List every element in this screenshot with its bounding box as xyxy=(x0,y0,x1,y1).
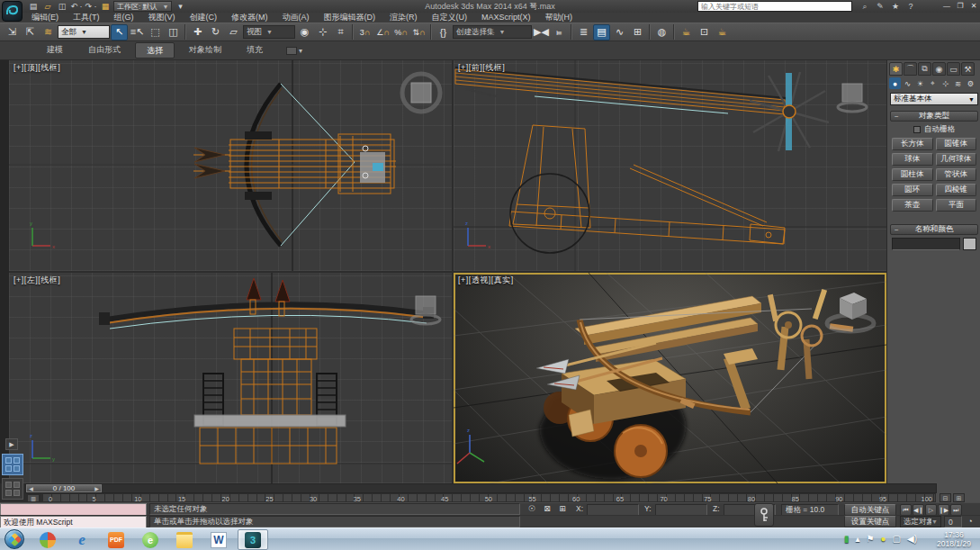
time-configuration-icon[interactable]: ◔ xyxy=(964,516,976,527)
open-file-icon[interactable]: ▱ xyxy=(41,1,54,12)
taskbar-app-3dsmax[interactable]: 3 xyxy=(238,529,268,550)
render-production-icon[interactable]: ☕ xyxy=(714,24,731,41)
select-and-move-icon[interactable]: ✚ xyxy=(189,24,206,41)
systems-icon[interactable]: ⚙ xyxy=(965,77,976,89)
track-bar-filter-icon[interactable]: ⊞ xyxy=(953,493,965,502)
display-tab-icon[interactable]: ▭ xyxy=(947,62,960,76)
set-keys-big-button[interactable] xyxy=(754,503,774,527)
front-view-canvas[interactable]: x z xyxy=(454,60,886,271)
edit-named-selection-sets-icon[interactable]: {} xyxy=(435,24,452,41)
start-button[interactable] xyxy=(4,529,24,549)
lights-icon[interactable]: ☀ xyxy=(914,77,926,89)
antivirus-icon[interactable]: ● xyxy=(881,531,886,547)
snaps-toggle-3d-icon[interactable]: 3∩ xyxy=(356,24,373,41)
select-and-rotate-icon[interactable]: ↻ xyxy=(207,24,224,41)
viewport-top[interactable]: [+][顶][线框] xyxy=(9,60,452,271)
keyboard-override-icon[interactable]: ⌗ xyxy=(332,24,349,41)
taskbar-app-pinwheel[interactable] xyxy=(32,529,63,550)
search-icon[interactable]: ⌕ xyxy=(859,1,870,12)
project-folder-icon[interactable]: ▦ xyxy=(99,1,112,12)
use-pivot-center-icon[interactable]: ◉ xyxy=(296,24,313,41)
cameras-icon[interactable]: ⌖ xyxy=(927,77,939,89)
select-and-scale-icon[interactable]: ▱ xyxy=(225,24,242,41)
name-color-rollout-header[interactable]: − 名称和颜色 xyxy=(890,224,978,235)
selection-filter-combo[interactable]: 全部 ▼ xyxy=(58,25,110,39)
schematic-view-icon[interactable]: ⊞ xyxy=(629,24,646,41)
help-icon[interactable]: ? xyxy=(905,1,916,12)
time-slider-handle[interactable]: ◀ 0 / 100 ▶ xyxy=(26,484,102,492)
ribbon-tab[interactable]: 建模 xyxy=(36,42,74,59)
left-view-canvas[interactable]: y z xyxy=(9,273,452,483)
viewport-layout-tab-active[interactable] xyxy=(2,454,23,475)
time-slider-track[interactable]: ◀ 0 / 100 ▶ xyxy=(25,483,937,493)
isolate-selection-icon[interactable]: ☉ xyxy=(526,503,538,515)
show-hidden-icons-arrow[interactable]: ▴ xyxy=(856,531,860,547)
render-setup-icon[interactable]: ☕ xyxy=(678,24,695,41)
object-color-swatch[interactable] xyxy=(963,238,976,250)
space-warps-icon[interactable]: ≋ xyxy=(952,77,964,89)
utilities-tab-icon[interactable]: ⚒ xyxy=(961,62,975,76)
taskbar-app-pdf[interactable]: PDF xyxy=(101,529,131,550)
menu-item[interactable]: 编辑(E) xyxy=(25,13,65,23)
shapes-icon[interactable]: ∿ xyxy=(902,77,913,89)
absolute-offset-toggle-icon[interactable]: ⊞ xyxy=(556,503,569,515)
select-and-link-icon[interactable]: ⇲ xyxy=(4,24,21,41)
selection-lock-icon[interactable]: ⊠ xyxy=(541,503,553,515)
menu-item[interactable]: 工具(T) xyxy=(67,13,106,23)
ribbon-tab[interactable]: 对象绘制 xyxy=(178,42,232,59)
select-by-name-icon[interactable]: ≡↖ xyxy=(129,24,146,41)
menu-item[interactable]: 创建(C) xyxy=(184,13,224,23)
viewport-top-label[interactable]: [+][顶][线框] xyxy=(13,62,60,74)
geometry-icon[interactable]: ● xyxy=(889,77,901,89)
primitive-button[interactable]: 圆锥体 xyxy=(936,138,977,150)
select-and-manipulate-icon[interactable]: ⊹ xyxy=(314,24,331,41)
viewport-front-label[interactable]: [+][前][线框] xyxy=(458,62,505,74)
viewport-perspective-label[interactable]: [+][透视][真实] xyxy=(458,275,514,286)
material-editor-icon[interactable]: ◍ xyxy=(653,24,670,41)
taskbar-clock[interactable]: 17:36 2018/1/29 xyxy=(931,530,977,548)
viewport-tab-arrow[interactable]: ▶ xyxy=(5,438,18,450)
viewport-front[interactable]: [+][前][线框] xyxy=(454,60,886,271)
ribbon-tab[interactable]: 选择 xyxy=(135,42,175,59)
named-selection-sets-combo[interactable]: 创建选择集 ▼ xyxy=(453,25,532,39)
action-center-flag-icon[interactable]: ⚑ xyxy=(867,531,875,547)
primitive-button[interactable]: 长方体 xyxy=(892,138,933,150)
viewport-left[interactable]: [+][左][线框] xyxy=(9,273,452,483)
taskbar-app-explorer[interactable] xyxy=(169,529,200,550)
menu-item[interactable]: 渲染(R) xyxy=(383,13,424,23)
modify-tab-icon[interactable]: ⌒ xyxy=(904,62,917,76)
ribbon-tab[interactable]: 自由形式 xyxy=(77,42,131,59)
perspective-view-canvas[interactable]: z xyxy=(454,273,886,483)
network-icon[interactable]: ▢ xyxy=(893,531,901,547)
object-name-field[interactable] xyxy=(892,238,960,250)
taskbar-app-word[interactable]: W xyxy=(203,529,234,550)
create-tab-icon[interactable]: ✱ xyxy=(889,62,903,76)
curve-editor-icon[interactable]: ∿ xyxy=(611,24,628,41)
menu-item[interactable]: 图形编辑器(D) xyxy=(318,13,382,23)
angle-snap-icon[interactable]: ∠∩ xyxy=(374,24,391,41)
bind-to-space-warp-icon[interactable]: ≋ xyxy=(40,24,57,41)
usb-device-icon[interactable]: ▮ xyxy=(844,531,850,547)
menu-item[interactable]: 修改器(M) xyxy=(225,13,274,23)
primitive-button[interactable]: 平面 xyxy=(936,199,977,212)
workspace-gear-icon[interactable]: ▾ xyxy=(174,1,186,12)
graphite-ribbon-toggle-icon[interactable]: ▤ xyxy=(593,24,610,41)
set-key-button[interactable]: 设置关键点 xyxy=(844,516,896,527)
primitive-button[interactable]: 四棱锥 xyxy=(936,184,977,196)
primitive-button[interactable]: 圆环 xyxy=(892,184,933,196)
window-crossing-icon[interactable]: ◫ xyxy=(165,24,182,41)
align-icon[interactable]: ⫢ xyxy=(551,24,568,41)
spinner-snap-icon[interactable]: ⇅∩ xyxy=(410,24,427,41)
search-box[interactable] xyxy=(697,1,852,12)
restore-button[interactable]: ❐ xyxy=(955,1,966,11)
key-filter-combo[interactable]: 选定对象 ▼ xyxy=(900,516,941,527)
top-view-canvas[interactable]: x y xyxy=(9,60,452,271)
track-bar-ruler[interactable]: 0510152025303540455055606570758085909510… xyxy=(41,493,936,502)
rendered-frame-window-icon[interactable]: ⊡ xyxy=(696,24,713,41)
menu-item[interactable]: 组(G) xyxy=(108,13,140,23)
primitive-category-combo[interactable]: 标准基本体 ▼ xyxy=(890,93,978,105)
manage-layers-icon[interactable]: ≣ xyxy=(575,24,592,41)
primitive-button[interactable]: 茶壶 xyxy=(892,199,933,212)
reference-coordinate-combo[interactable]: 视图 ▼ xyxy=(243,25,295,39)
viewport-left-label[interactable]: [+][左][线框] xyxy=(13,275,60,286)
